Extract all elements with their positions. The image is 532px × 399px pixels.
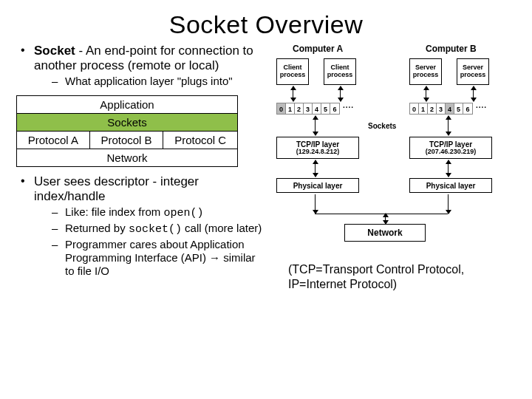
arrow-icon xyxy=(385,214,386,224)
bullet-2-pre: User sees xyxy=(34,174,94,188)
arrow-icon xyxy=(473,86,474,101)
bullet-1: Socket - An end-point for connection to … xyxy=(24,44,265,88)
tcpip-a-ip: (129.24.8.212) xyxy=(296,149,340,156)
slide-title: Socket Overview xyxy=(0,0,532,44)
b2s2-code: socket() xyxy=(129,223,182,236)
bullet-2-term: descriptor xyxy=(94,174,149,188)
b2s1-pre: Like: file index from xyxy=(65,205,163,218)
arrow-icon xyxy=(293,86,293,101)
ports-row-b: 0 1 2 3 4 5 6 xyxy=(409,103,473,115)
label-computer-a: Computer A xyxy=(293,44,343,54)
b2s1-code: open() xyxy=(163,207,203,219)
network-diagram: Computer A Computer B Client process Cli… xyxy=(270,44,514,258)
bullet-2-sublist: Like: file index from open() Returned by… xyxy=(34,205,265,278)
stack-network: Network xyxy=(17,149,238,167)
arrow-down-icon xyxy=(448,194,449,214)
physical-layer-a: Physical layer xyxy=(276,178,359,193)
label-computer-b: Computer B xyxy=(426,44,477,54)
dots-icon: ···· xyxy=(343,103,354,112)
ports-row-a: 0 1 2 3 4 5 6 xyxy=(276,103,340,115)
arrow-icon xyxy=(340,86,341,101)
slide-content: Socket - An end-point for connection to … xyxy=(0,44,532,292)
b2s2-pre: Returned by xyxy=(65,222,129,234)
right-column: Computer A Computer B Client process Cli… xyxy=(265,44,516,292)
bullet-2-sub1: Like: file index from open() xyxy=(56,205,265,220)
protocol-stack-table: Application Sockets Protocol A Protocol … xyxy=(16,95,238,167)
tcpip-b-ip: (207.46.230.219) xyxy=(426,149,477,156)
stack-sockets: Sockets xyxy=(17,114,238,132)
bullet-1-sub1: What application layer "plugs into" xyxy=(56,75,265,88)
footnote-tcp-ip: (TCP=Transport Control Protocol, IP=Inte… xyxy=(270,258,516,292)
tcpip-a-l1: TCP/IP layer xyxy=(296,140,339,149)
bullet-1-term: Socket xyxy=(34,44,75,58)
arrow-icon xyxy=(448,116,449,135)
dots-icon: ···· xyxy=(476,103,487,112)
tcpip-layer-b: TCP/IP layer (207.46.230.219) xyxy=(409,137,492,159)
arrow-icon xyxy=(315,116,316,135)
arrow-icon xyxy=(315,160,316,177)
bullet-2-sub3: Programmer cares about Application Progr… xyxy=(56,238,265,278)
stack-protocol-b: Protocol B xyxy=(89,132,163,149)
bullet-1-sublist: What application layer "plugs into" xyxy=(34,75,265,88)
tcpip-b-l1: TCP/IP layer xyxy=(429,140,472,149)
stack-protocol-c: Protocol C xyxy=(163,132,238,149)
bullet-list-2: User sees descriptor - integer index/han… xyxy=(13,174,265,278)
stack-app: Application xyxy=(17,96,238,114)
server-process-1: Server process xyxy=(409,58,442,85)
bullet-2-sub2: Returned by socket() call (more later) xyxy=(56,222,265,236)
physical-layer-b: Physical layer xyxy=(409,178,492,193)
network-line xyxy=(315,214,448,214)
left-column: Socket - An end-point for connection to … xyxy=(13,44,265,292)
arrow-icon xyxy=(448,160,449,177)
label-sockets: Sockets xyxy=(368,122,396,130)
arrow-down-icon xyxy=(315,194,316,214)
network-box: Network xyxy=(344,224,426,242)
tcpip-layer-a: TCP/IP layer (129.24.8.212) xyxy=(276,137,359,159)
client-process-1: Client process xyxy=(276,58,309,85)
arrow-icon xyxy=(426,86,426,101)
client-process-2: Client process xyxy=(324,58,356,85)
b2s2-post: call (more later) xyxy=(182,222,262,234)
bullet-2: User sees descriptor - integer index/han… xyxy=(24,174,265,278)
server-process-2: Server process xyxy=(457,58,489,85)
bullet-list-1: Socket - An end-point for connection to … xyxy=(13,44,265,88)
stack-protocol-a: Protocol A xyxy=(17,132,90,149)
